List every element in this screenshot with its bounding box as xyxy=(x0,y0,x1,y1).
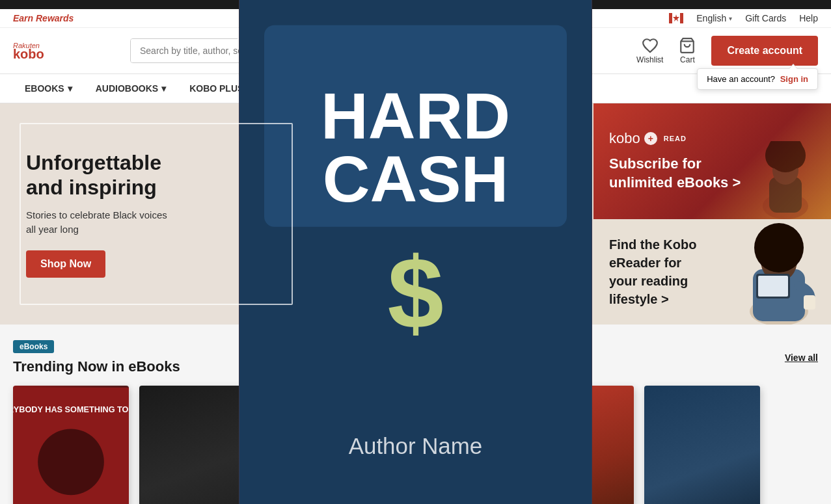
books-grid: EVERYBODY HAS SOMETHING TO GIVE ALL HER … xyxy=(13,386,818,504)
book-card-6[interactable]: HARD CASH $ Author Name xyxy=(644,386,760,504)
book-cover-6: HARD CASH $ Author Name xyxy=(644,386,760,504)
book-6-art: HARD CASH $ Author Name xyxy=(644,386,760,504)
sign-in-tooltip: Have an account? Sign in xyxy=(697,68,818,90)
sign-in-link[interactable]: Sign in xyxy=(780,74,808,84)
have-account-text: Have an account? xyxy=(707,74,775,84)
hero-subtitle: Stories to celebrate Black voices all ye… xyxy=(26,208,167,237)
books-section: eBooks Trending Now in eBooks View all E… xyxy=(0,325,831,504)
shop-now-button[interactable]: Shop Now xyxy=(26,250,105,278)
hero-title: Unforgettable and inspiring xyxy=(26,150,167,200)
kobo-reader-cta: Find the Kobo eReader for your reading l… xyxy=(609,235,815,308)
hero-text-content: Unforgettable and inspiring Stories to c… xyxy=(26,150,167,278)
